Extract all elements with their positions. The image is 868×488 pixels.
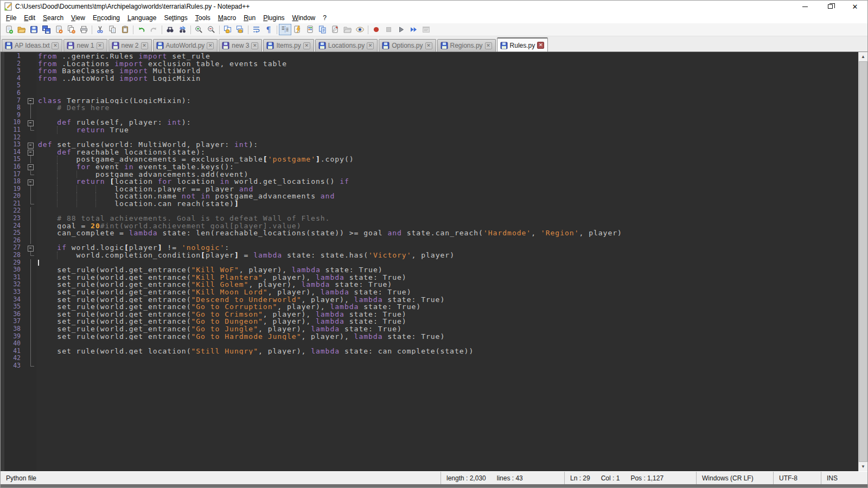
fold-collapse-icon[interactable] — [25, 119, 36, 126]
menu-plugins[interactable]: Plugins — [259, 13, 288, 23]
tab-locations-py[interactable]: Locations.py✕ — [315, 39, 378, 52]
copy-icon[interactable] — [106, 24, 119, 35]
scroll-up-arrow-icon[interactable]: ▲ — [859, 52, 867, 61]
tab-close-icon[interactable]: ✕ — [303, 42, 310, 49]
code-text: set_rule(world.get_location("Still Hungr… — [36, 348, 858, 355]
redo-icon[interactable] — [148, 24, 160, 35]
function-list-icon[interactable] — [291, 24, 304, 35]
save-icon[interactable] — [28, 24, 40, 35]
tab-close-icon[interactable]: ✕ — [485, 42, 492, 49]
menu-search[interactable]: Search — [39, 13, 67, 23]
vertical-scrollbar[interactable]: ▲ ▼ — [858, 52, 867, 471]
close-all-icon[interactable] — [65, 24, 78, 35]
indent-guide-icon[interactable] — [279, 24, 291, 35]
macro-save-icon[interactable] — [420, 24, 432, 35]
tab-new-2[interactable]: new 2✕ — [108, 39, 152, 52]
code-area[interactable]: 1from ..generic.Rules import set_rule2fr… — [1, 52, 858, 471]
tab-autoworld-py[interactable]: AutoWorld.py✕ — [153, 39, 218, 52]
fold-margin — [25, 104, 36, 112]
fold-collapse-icon[interactable] — [25, 149, 36, 156]
zoom-in-icon[interactable] — [193, 24, 205, 35]
tab-close-icon[interactable]: ✕ — [52, 42, 59, 49]
menu-settings[interactable]: Settings — [160, 13, 191, 23]
window-bottom-frame — [1, 484, 867, 487]
folder-as-workspace-icon[interactable] — [341, 24, 354, 35]
tab-close-icon[interactable]: ✕ — [425, 42, 432, 49]
open-file-icon[interactable] — [15, 24, 28, 35]
tab-options-py[interactable]: Options.py✕ — [379, 39, 436, 52]
tab-close-icon[interactable]: ✕ — [367, 42, 374, 49]
tab-close-icon[interactable]: ✕ — [97, 42, 104, 49]
tab-close-icon[interactable]: ✕ — [537, 42, 544, 49]
fold-margin — [25, 53, 36, 60]
tab-new-3[interactable]: new 3✕ — [219, 39, 262, 52]
menu-window[interactable]: Window — [289, 13, 320, 23]
edit-popup-icon[interactable] — [329, 24, 341, 35]
word-wrap-icon[interactable] — [250, 24, 263, 35]
line-number: 37 — [1, 318, 25, 325]
menu-tools[interactable]: Tools — [192, 13, 214, 23]
tab-close-icon[interactable]: ✕ — [141, 42, 148, 49]
fold-collapse-icon[interactable] — [25, 244, 36, 252]
indent-guide-line — [57, 156, 58, 163]
find-icon[interactable] — [164, 24, 176, 35]
print-icon[interactable] — [78, 24, 90, 35]
menu-macro[interactable]: Macro — [214, 13, 240, 23]
fold-collapse-icon[interactable] — [25, 178, 36, 185]
macro-run-multiple-icon[interactable] — [407, 24, 420, 35]
menu-edit[interactable]: Edit — [20, 13, 39, 23]
menu-encoding[interactable]: Encoding — [89, 13, 124, 23]
code-text — [36, 82, 858, 89]
sync-horizontal-icon[interactable] — [234, 24, 246, 35]
code-text — [36, 340, 858, 348]
new-file-icon[interactable] — [3, 24, 15, 35]
macro-play-icon[interactable] — [395, 24, 407, 35]
close-icon[interactable] — [53, 24, 65, 35]
show-all-characters-icon[interactable]: ¶ — [263, 24, 275, 35]
line-number: 29 — [1, 259, 25, 267]
menu-language[interactable]: Language — [124, 13, 160, 23]
tab-regions-py[interactable]: Regions.py✕ — [437, 39, 496, 52]
document-list-icon[interactable] — [316, 24, 329, 35]
scroll-down-arrow-icon[interactable]: ▼ — [859, 462, 867, 471]
code-text — [36, 207, 858, 215]
code-text: world.completion_condition[player] = lam… — [36, 252, 858, 259]
restore-button[interactable] — [818, 1, 843, 12]
zoom-out-icon[interactable] — [205, 24, 218, 35]
tab-close-icon[interactable]: ✕ — [251, 42, 258, 49]
file-saved-floppy-icon — [67, 42, 74, 49]
minimize-button[interactable] — [793, 1, 818, 12]
tab-close-icon[interactable]: ✕ — [207, 42, 214, 49]
macro-record-icon[interactable] — [370, 24, 382, 35]
fold-collapse-icon[interactable] — [25, 163, 36, 171]
indent-guide-line — [76, 171, 77, 178]
save-all-icon[interactable] — [40, 24, 53, 35]
notepad-plus-plus-icon — [4, 2, 12, 11]
tab-ap-ideas-txt[interactable]: AP Ideas.txt✕ — [2, 39, 62, 52]
tab-rules-py[interactable]: Rules.py✕ — [497, 37, 548, 52]
tab-new-1[interactable]: new 1✕ — [63, 39, 107, 52]
menu-?[interactable]: ? — [319, 13, 330, 23]
fold-margin — [25, 281, 36, 288]
paste-icon[interactable] — [119, 24, 131, 35]
sync-vertical-icon[interactable] — [221, 24, 234, 35]
close-button[interactable]: ✕ — [843, 1, 867, 12]
file-saved-floppy-icon — [156, 42, 164, 49]
cut-icon[interactable] — [94, 24, 106, 35]
line-number: 11 — [1, 126, 25, 134]
code-line: 3from BaseClasses import MultiWorld — [1, 67, 858, 75]
menu-run[interactable]: Run — [240, 13, 259, 23]
document-map-icon[interactable] — [304, 24, 316, 35]
menu-file[interactable]: File — [2, 13, 20, 23]
macro-stop-icon[interactable] — [382, 24, 395, 35]
monitoring-icon[interactable] — [354, 24, 366, 35]
menu-view[interactable]: View — [67, 13, 89, 23]
fold-collapse-icon[interactable] — [25, 141, 36, 149]
status-bar: Python file length : 2,030 lines : 43 Ln… — [1, 471, 867, 484]
undo-icon[interactable] — [135, 24, 148, 35]
fold-collapse-icon[interactable] — [25, 97, 36, 105]
replace-icon[interactable]: ab — [176, 24, 189, 35]
tab-items-py[interactable]: Items.py✕ — [263, 39, 314, 52]
scrollbar-thumb[interactable] — [859, 61, 867, 462]
code-line: 16 for event in events_table.keys(): — [1, 163, 858, 171]
